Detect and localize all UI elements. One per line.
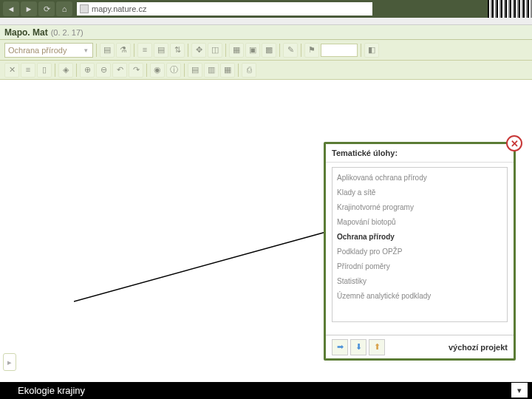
doc-icon: ▯ — [42, 66, 47, 74]
separator — [188, 44, 188, 57]
close-icon: ✕ — [511, 138, 519, 149]
tag-icon: ⚑ — [308, 46, 316, 54]
home-icon: ⌂ — [62, 5, 67, 13]
toolbar-secondary: ✕ ≡ ▯ ◈ ⊕ ⊖ ↶ ↷ ◉ ⓘ ▤ ▥ ▦ ⎙ — [0, 61, 532, 80]
zoom-in-button[interactable]: ⊕ — [80, 63, 95, 78]
export-icon: ⬆ — [374, 343, 381, 351]
tool-button[interactable]: ▦ — [220, 63, 235, 78]
list-item[interactable]: Územně analytické podklady — [332, 289, 507, 304]
tool-button[interactable]: ✥ — [191, 43, 206, 58]
zoom-out-icon: ⊖ — [100, 66, 107, 74]
list-icon: ≡ — [143, 46, 147, 54]
tool2-icon: ▣ — [249, 46, 256, 54]
dialog-title: Tematické úlohy: — [326, 144, 514, 163]
tool-button[interactable]: ⇅ — [170, 43, 185, 58]
expand-icon: ▸ — [7, 358, 12, 366]
decorative-pattern — [488, 0, 532, 18]
tool-button[interactable]: ↶ — [112, 63, 127, 78]
tool-button[interactable]: ⚗ — [116, 43, 131, 58]
tool3-icon: ▩ — [265, 46, 273, 54]
tool-button[interactable]: ▯ — [37, 63, 52, 78]
footer-bar: Ekologie krajiny ▾ — [0, 382, 532, 399]
list-item[interactable]: Podklady pro OPŽP — [332, 245, 507, 259]
tool-button[interactable]: ≡ — [137, 43, 152, 58]
tool-button[interactable]: ✎ — [283, 43, 298, 58]
filter2-icon: ▤ — [157, 46, 165, 54]
tool-button[interactable]: ⎙ — [242, 63, 256, 78]
tool-button[interactable]: ◈ — [58, 63, 73, 78]
separator — [279, 44, 280, 57]
app-name: Mapo. Mat — [4, 27, 48, 38]
footer-title: Ekologie krajiny — [18, 385, 85, 396]
expand-sidebar-button[interactable]: ▸ — [3, 353, 16, 371]
chevron-right-icon: ► — [25, 5, 33, 13]
chevron-left-icon: ◄ — [7, 5, 16, 13]
tool-button[interactable]: ▣ — [245, 43, 260, 58]
chart-icon: ▤ — [103, 46, 111, 54]
footer-action-button[interactable]: ⬇ — [350, 339, 366, 355]
redo-icon: ↷ — [133, 66, 140, 74]
footer-action-button[interactable]: ➡ — [332, 339, 348, 355]
tool-button[interactable]: ▥ — [204, 63, 219, 78]
tool-button[interactable]: ◫ — [208, 43, 222, 58]
list-item-selected[interactable]: Ochrana přírody — [332, 230, 507, 245]
tool-button[interactable]: ⚑ — [304, 43, 319, 58]
separator — [134, 44, 134, 57]
menu-icon: ≡ — [26, 66, 30, 74]
toolbar-input[interactable] — [321, 44, 358, 57]
clear-button[interactable]: ✕ — [4, 63, 19, 78]
arrow-right-icon: ➡ — [337, 343, 344, 351]
tool-button[interactable]: ▤ — [154, 43, 168, 58]
dialog-footer: ➡ ⬇ ⬆ výchozí projekt — [326, 335, 514, 358]
zoom-in-icon: ⊕ — [84, 66, 91, 74]
separator — [76, 64, 77, 77]
list-item[interactable]: Přírodní poměry — [332, 259, 507, 274]
default-project-link[interactable]: výchozí projekt — [449, 343, 508, 352]
tool-button[interactable]: ▤ — [188, 63, 202, 78]
table-icon: ▦ — [224, 66, 231, 74]
footer-handle[interactable]: ▾ — [511, 383, 528, 398]
separator — [301, 44, 301, 57]
tool-button[interactable]: ≡ — [21, 63, 35, 78]
list-item[interactable]: Statistiky — [332, 274, 507, 289]
filter-icon: ⚗ — [120, 46, 127, 54]
separator — [361, 44, 361, 57]
reload-button[interactable]: ⟳ — [38, 1, 55, 16]
close-tool-icon: ◧ — [368, 46, 375, 54]
footer-action-button[interactable]: ⬆ — [369, 339, 385, 355]
list-item[interactable]: Krajinotvorné programy — [332, 200, 507, 215]
control-icon: ◈ — [63, 66, 69, 74]
sort-icon: ⇅ — [174, 46, 181, 54]
tool-button[interactable]: ◉ — [150, 63, 165, 78]
separator — [96, 44, 97, 57]
undo-icon: ↶ — [117, 66, 123, 74]
themes-dialog: ✕ Tematické úlohy: Aplikovaná ochrana př… — [324, 142, 516, 361]
list-item[interactable]: Mapování biotopů — [332, 215, 507, 230]
list-item[interactable]: Aplikovaná ochrana přírody — [332, 171, 507, 185]
dialog-close-button[interactable]: ✕ — [506, 135, 522, 151]
tool1-icon: ▦ — [233, 46, 240, 54]
back-button[interactable]: ◄ — [3, 1, 19, 16]
zoom-out-button[interactable]: ⊖ — [96, 63, 111, 78]
handle-icon: ▾ — [517, 386, 522, 395]
theme-dropdown[interactable]: Ochrana přírody — [4, 43, 93, 58]
home-button[interactable]: ⌂ — [56, 1, 72, 16]
tool-button[interactable]: ↷ — [129, 63, 143, 78]
browser-toolbar: ◄ ► ⟳ ⌂ mapy.nature.cz — [0, 0, 532, 18]
tool-button[interactable]: ▩ — [262, 43, 276, 58]
info-button[interactable]: ⓘ — [166, 63, 181, 78]
separator — [184, 64, 185, 77]
tool-button[interactable]: ▤ — [100, 43, 115, 58]
address-bar[interactable]: mapy.nature.cz — [77, 2, 372, 16]
forward-button[interactable]: ► — [21, 1, 37, 16]
toolbar-primary: Ochrana přírody ▤ ⚗ ≡ ▤ ⇅ ✥ ◫ ▦ ▣ ▩ ✎ ⚑ … — [0, 40, 532, 61]
layers-icon: ▤ — [191, 66, 199, 74]
print-icon: ⎙ — [247, 66, 252, 74]
tabs-strip — [0, 18, 532, 25]
move-icon: ✥ — [196, 46, 202, 54]
tool-button[interactable]: ▦ — [229, 43, 244, 58]
tool-button[interactable]: ◧ — [364, 43, 379, 58]
info-icon: ⓘ — [170, 66, 178, 74]
list-item[interactable]: Klady a sítě — [332, 185, 507, 200]
url-text: mapy.nature.cz — [92, 4, 146, 13]
